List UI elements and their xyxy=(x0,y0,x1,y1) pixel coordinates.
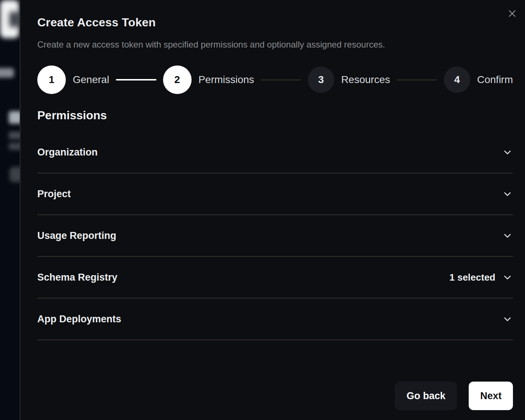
selection-count-badge: 1 selected xyxy=(449,272,495,283)
background-text-line xyxy=(9,143,20,150)
section-row-schema-registry[interactable]: Schema Registry 1 selected xyxy=(37,257,513,299)
background-text-line xyxy=(9,132,20,139)
step-general[interactable]: 1 General xyxy=(37,65,109,94)
section-label: Schema Registry xyxy=(37,272,117,283)
stepper-connector xyxy=(261,79,301,80)
section-row-project[interactable]: Project xyxy=(37,173,513,215)
chevron-down-icon xyxy=(502,230,513,241)
chevron-down-icon xyxy=(502,188,513,199)
close-icon xyxy=(509,10,516,17)
screen: Create Access Token Create a new access … xyxy=(0,0,525,420)
modal-footer: Go back Next xyxy=(37,382,513,410)
step-resources[interactable]: 3 Resources xyxy=(308,67,390,93)
stepper-connector xyxy=(116,79,156,80)
background-card xyxy=(0,0,19,38)
step-confirm[interactable]: 4 Confirm xyxy=(444,67,513,93)
step-number-badge: 4 xyxy=(444,67,470,93)
step-number-badge: 3 xyxy=(308,67,334,93)
go-back-button[interactable]: Go back xyxy=(395,382,457,410)
chevron-down-icon xyxy=(502,147,513,158)
step-permissions[interactable]: 2 Permissions xyxy=(163,65,254,94)
permission-sections: Organization Project Usage xyxy=(37,132,513,340)
step-label: General xyxy=(73,74,109,86)
modal-subtitle: Create a new access token with specified… xyxy=(37,40,513,50)
background-icon xyxy=(10,167,20,182)
close-button[interactable] xyxy=(506,7,518,20)
section-label: Organization xyxy=(37,147,98,158)
section-label: Usage Reporting xyxy=(37,230,116,241)
background-heading xyxy=(9,111,20,124)
step-label: Permissions xyxy=(199,74,254,86)
step-label: Confirm xyxy=(477,74,513,86)
section-label: Project xyxy=(37,188,71,200)
section-row-organization[interactable]: Organization xyxy=(37,132,513,173)
stepper: 1 General 2 Permissions 3 Resources 4 Co… xyxy=(37,65,513,94)
section-row-usage-reporting[interactable]: Usage Reporting xyxy=(37,215,513,257)
chevron-down-icon xyxy=(502,314,513,325)
step-label: Resources xyxy=(341,74,390,86)
create-access-token-modal: Create Access Token Create a new access … xyxy=(20,0,525,420)
next-button[interactable]: Next xyxy=(469,382,513,410)
section-row-app-deployments[interactable]: App Deployments xyxy=(37,299,513,340)
chevron-down-icon xyxy=(502,272,513,283)
step-number-badge: 1 xyxy=(37,65,66,94)
background-nav-item xyxy=(0,68,14,78)
background-app-strip xyxy=(0,0,20,420)
permissions-heading: Permissions xyxy=(37,108,513,122)
modal-title: Create Access Token xyxy=(37,15,513,29)
stepper-connector xyxy=(397,79,437,80)
background-card-detail xyxy=(10,12,18,27)
step-number-badge: 2 xyxy=(163,65,192,94)
section-label: App Deployments xyxy=(37,314,121,325)
